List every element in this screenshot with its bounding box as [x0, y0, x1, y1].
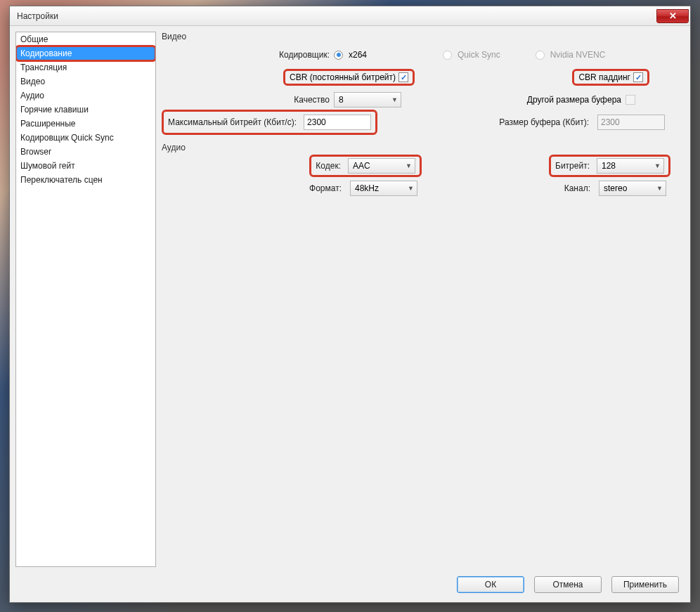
settings-sidebar: Общие Кодирование Трансляция Видео Аудио… — [15, 32, 156, 567]
select-value: AAC — [353, 161, 370, 171]
max-bitrate-label: Максимальный битрейт (Кбит/с): — [168, 117, 301, 127]
close-icon: ✕ — [669, 11, 677, 21]
sidebar-item-general[interactable]: Общие — [16, 32, 155, 46]
sidebar-item-browser[interactable]: Browser — [16, 145, 155, 159]
format-select[interactable]: 48kHz ▼ — [350, 181, 417, 196]
buffer-size-input — [597, 115, 665, 130]
sidebar-item-label: Видео — [20, 77, 45, 86]
sidebar-item-hotkeys[interactable]: Горячие клавиши — [16, 103, 155, 117]
select-value: 128 — [602, 161, 616, 171]
radio-x264[interactable]: x264 — [334, 50, 367, 60]
sidebar-item-video[interactable]: Видео — [16, 74, 155, 89]
sidebar-item-label: Аудио — [20, 91, 44, 100]
dialog-buttons: ОК Отмена Применить — [10, 573, 690, 602]
audio-bitrate-label: Битрейт: — [555, 161, 594, 171]
cbr-checkbox[interactable]: ✓ — [398, 72, 408, 82]
apply-button[interactable]: Применить — [611, 576, 679, 593]
sidebar-item-label: Кодировщик Quick Sync — [20, 133, 114, 143]
video-group: Видео Кодировщик: x264 — [162, 32, 685, 136]
window-title: Настройки — [17, 11, 58, 21]
select-value: 48kHz — [355, 183, 379, 193]
other-buffer-checkbox[interactable] — [626, 95, 635, 105]
quality-label: Качество — [162, 95, 334, 105]
button-label: ОК — [485, 580, 496, 590]
button-label: Отмена — [552, 580, 583, 590]
bitrate-highlight: Битрейт: 128 ▼ — [549, 155, 670, 177]
sidebar-item-broadcast[interactable]: Трансляция — [16, 60, 155, 74]
format-label: Формат: — [309, 183, 346, 193]
radio-icon — [334, 51, 343, 60]
audio-bitrate-select[interactable]: 128 ▼ — [597, 158, 664, 174]
cancel-button[interactable]: Отмена — [534, 576, 602, 593]
titlebar: Настройки ✕ — [10, 6, 690, 26]
ok-button[interactable]: ОК — [457, 576, 524, 593]
channel-select[interactable]: stereo ▼ — [599, 181, 666, 196]
radio-icon — [536, 51, 545, 60]
sidebar-item-label: Переключатель сцен — [20, 175, 103, 185]
other-buffer-label: Другой размера буфера — [527, 95, 621, 105]
sidebar-item-scene-switcher[interactable]: Переключатель сцен — [16, 173, 155, 187]
radio-label: x264 — [349, 50, 367, 60]
radio-quicksync: Quick Sync — [443, 50, 500, 60]
sidebar-item-audio[interactable]: Аудио — [16, 89, 155, 103]
cbr-highlight: CBR (постоянный битрейт) ✓ — [283, 69, 415, 86]
sidebar-item-label: Трансляция — [20, 63, 67, 72]
settings-window: Настройки ✕ Общие Кодирование Трансляция… — [9, 6, 691, 603]
close-button[interactable]: ✕ — [656, 9, 689, 23]
chevron-down-icon: ▼ — [656, 185, 663, 192]
sidebar-item-label: Кодирование — [20, 48, 72, 58]
channel-label: Канал: — [564, 183, 595, 193]
cbr-label: CBR (постоянный битрейт) — [290, 72, 396, 82]
codec-select[interactable]: AAC ▼ — [348, 158, 415, 174]
max-bitrate-highlight: Максимальный битрейт (Кбит/с): — [162, 110, 377, 135]
cbr-padding-checkbox[interactable]: ✓ — [633, 72, 643, 82]
sidebar-item-encoding[interactable]: Кодирование — [16, 46, 155, 60]
radio-label: Quick Sync — [458, 50, 500, 60]
max-bitrate-input[interactable] — [304, 115, 371, 130]
radio-label: Nvidia NVENC — [550, 50, 606, 60]
quality-select[interactable]: 8 ▼ — [334, 92, 401, 108]
codec-label: Кодек: — [316, 161, 345, 171]
cbr-padding-highlight: CBR паддинг ✓ — [572, 69, 649, 86]
sidebar-item-label: Горячие клавиши — [20, 105, 89, 115]
audio-group: Аудио Кодек: AAC ▼ — [162, 143, 685, 202]
button-label: Применить — [623, 580, 667, 590]
sidebar-item-quicksync[interactable]: Кодировщик Quick Sync — [16, 131, 155, 145]
sidebar-item-label: Шумовой гейт — [20, 161, 75, 171]
sidebar-item-label: Расширенные — [20, 119, 76, 129]
chevron-down-icon: ▼ — [406, 162, 412, 169]
encoder-label: Кодировщик: — [162, 50, 334, 60]
radio-icon — [443, 51, 452, 60]
codec-highlight: Кодек: AAC ▼ — [309, 155, 422, 177]
audio-group-title: Аудио — [162, 143, 685, 152]
sidebar-item-label: Browser — [20, 147, 51, 157]
buffer-size-label: Размер буфера (Кбит): — [499, 117, 593, 127]
chevron-down-icon: ▼ — [654, 162, 661, 169]
chevron-down-icon: ▼ — [391, 96, 398, 103]
sidebar-item-noisegate[interactable]: Шумовой гейт — [16, 159, 155, 173]
cbr-padding-label: CBR паддинг — [578, 72, 630, 82]
sidebar-item-label: Общие — [20, 34, 48, 44]
select-value: 8 — [339, 95, 344, 105]
radio-nvenc: Nvidia NVENC — [536, 50, 606, 60]
select-value: stereo — [604, 183, 627, 193]
video-group-title: Видео — [162, 32, 685, 41]
chevron-down-icon: ▼ — [408, 185, 414, 192]
sidebar-item-advanced[interactable]: Расширенные — [16, 117, 155, 131]
